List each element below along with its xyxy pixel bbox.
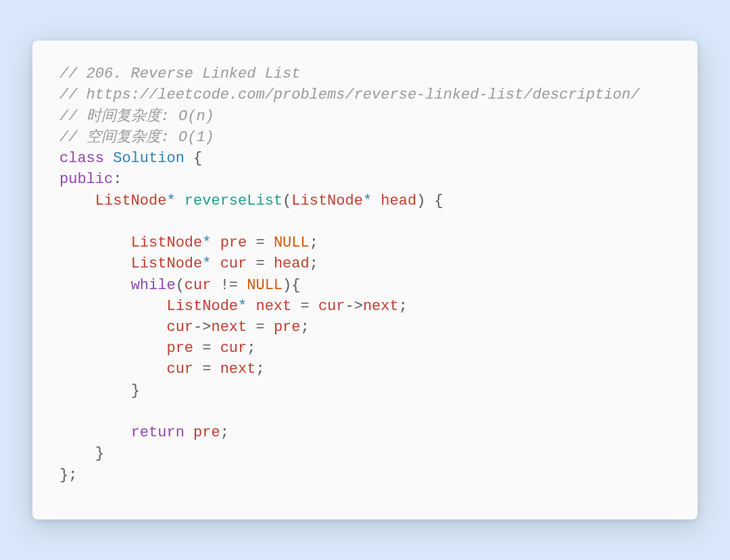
semi: ; [220,424,229,441]
code-block: // 206. Reverse Linked List // https://l… [59,63,671,486]
paren: ) [416,193,425,209]
var: head [274,255,310,272]
type: ListNode [95,193,167,209]
var: next [256,298,291,315]
op: = [256,255,264,272]
var: pre [166,340,193,357]
type: ListNode [166,298,238,315]
semi: ; [310,234,318,251]
comment-line: // 时间复杂度: O(n) [59,108,214,125]
semi: ; [247,340,256,357]
param: head [381,193,416,209]
comment-line: // 206. Reverse Linked List [59,66,300,82]
var: cur [220,255,247,272]
semi: ; [256,361,264,378]
paren: ( [283,193,291,209]
brace: } [59,467,68,484]
brace: } [95,445,104,462]
keyword-return: return [131,424,185,441]
op: = [300,298,309,315]
brace: } [131,382,140,399]
op: = [202,340,211,357]
paren: ) [283,277,291,294]
keyword-while: while [131,277,176,294]
semi: ; [310,255,318,272]
member: next [363,298,399,315]
type: ListNode [131,234,203,251]
brace: { [435,193,443,209]
var: pre [193,424,220,441]
var: cur [220,340,247,357]
function-name: reverseList [185,193,283,209]
star: * [166,193,175,209]
semi: ; [68,467,77,484]
keyword-class: class [59,150,104,167]
var: pre [274,319,301,336]
semi: ; [300,319,309,336]
null: NULL [274,234,310,251]
class-name: Solution [113,150,185,167]
op: = [202,361,211,378]
star: * [363,193,372,209]
null: NULL [247,277,283,294]
var: cur [318,298,345,315]
star: * [238,298,247,315]
arrow: -> [193,319,211,336]
colon: : [113,171,122,188]
var: cur [166,361,193,378]
star: * [202,255,211,272]
paren: ( [176,277,185,294]
op: = [256,234,264,251]
var: cur [166,319,193,336]
arrow: -> [345,298,363,315]
var: cur [185,277,212,294]
keyword-public: public [59,171,113,188]
member: next [211,319,247,336]
comment-line: // https://leetcode.com/problems/reverse… [59,86,639,103]
brace: { [291,277,300,294]
op: != [220,277,238,294]
comment-line: // 空间复杂度: O(1) [59,129,214,146]
var: next [220,361,256,378]
brace: { [193,150,202,167]
type: ListNode [291,193,363,209]
semi: ; [399,298,408,315]
var: pre [220,234,247,251]
type: ListNode [131,255,203,272]
op: = [256,319,264,336]
code-card: // 206. Reverse Linked List // https://l… [32,41,698,519]
star: * [202,234,211,251]
